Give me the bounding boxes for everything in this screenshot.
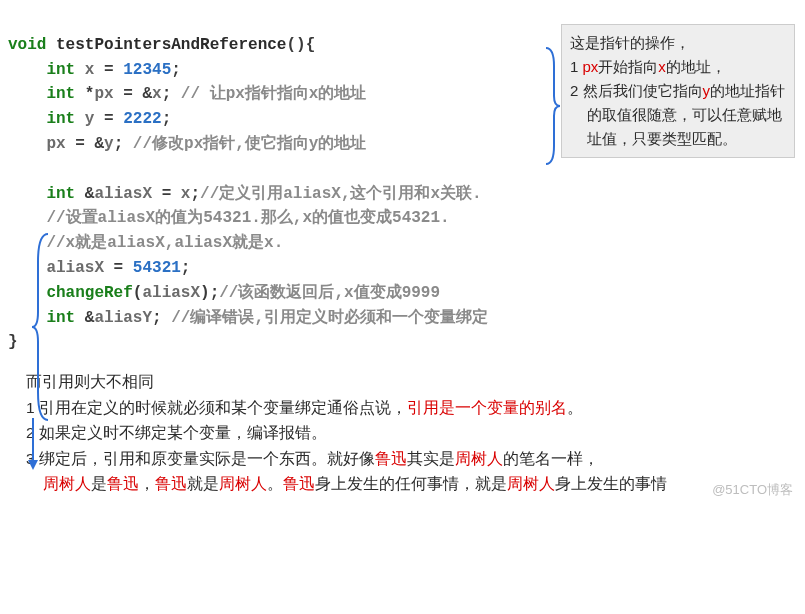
- comment: //定义引用aliasX,这个引用和x关联.: [200, 185, 482, 203]
- var-aliasX: aliasX: [94, 185, 152, 203]
- kw-int: int: [46, 61, 75, 79]
- num-2222: 2222: [123, 110, 161, 128]
- num-12345: 12345: [123, 61, 171, 79]
- reference-explanation: 而引用则大不相同 1 引用在定义的时候就必须和某个变量绑定通俗点说，引用是一个变…: [8, 369, 797, 497]
- var-px: px: [94, 85, 113, 103]
- explain-heading: 而引用则大不相同: [26, 369, 797, 395]
- hl-x: x: [658, 58, 666, 75]
- comment: //编译错误,引用定义时必须和一个变量绑定: [162, 309, 488, 327]
- hl-alias: 引用是一个变量的别名: [407, 399, 567, 416]
- close-brace: }: [8, 333, 18, 351]
- fn-changeRef: changeRef: [46, 284, 132, 302]
- explain-item: 2 如果定义时不绑定某个变量，编译报错。: [26, 420, 797, 446]
- num-54321: 54321: [133, 259, 181, 277]
- explain-item: 3 绑定后，引用和原变量实际是一个东西。就好像鲁迅其实是周树人的笔名一样，: [26, 446, 797, 472]
- comment: //x就是aliasX,aliasX就是x.: [46, 234, 283, 252]
- comment: // 让px指针指向x的地址: [171, 85, 366, 103]
- hl-px: px: [583, 58, 599, 75]
- note-line: 2 然后我们使它指向y的地址指针的取值很随意，可以任意赋地址值，只要类型匹配。: [570, 79, 786, 151]
- hl-y: y: [703, 82, 711, 99]
- hl-luxun: 鲁迅: [375, 450, 407, 467]
- comment: //该函数返回后,x值变成9999: [219, 284, 440, 302]
- comment: //设置aliasX的值为54321.那么,x的值也变成54321.: [46, 209, 449, 227]
- note-line: 1 px开始指向x的地址，: [570, 55, 786, 79]
- var-x: x: [85, 61, 95, 79]
- comment: //修改px指针,使它指向y的地址: [123, 135, 366, 153]
- fn-name: testPointersAndReference: [56, 36, 286, 54]
- explain-item: 1 引用在定义的时候就必须和某个变量绑定通俗点说，引用是一个变量的别名。: [26, 395, 797, 421]
- explain-item: 周树人是鲁迅，鲁迅就是周树人。鲁迅身上发生的任何事情，就是周树人身上发生的事情: [26, 471, 797, 497]
- watermark-text: @51CTO博客: [712, 481, 793, 499]
- pointer-note-box: 这是指针的操作， 1 px开始指向x的地址， 2 然后我们使它指向y的地址指针的…: [561, 24, 795, 158]
- var-y: y: [85, 110, 95, 128]
- fn-parens: (){: [286, 36, 315, 54]
- var-aliasY: aliasY: [94, 309, 152, 327]
- kw-void: void: [8, 36, 46, 54]
- note-line: 这是指针的操作，: [570, 31, 786, 55]
- hl-zhoushuren: 周树人: [455, 450, 503, 467]
